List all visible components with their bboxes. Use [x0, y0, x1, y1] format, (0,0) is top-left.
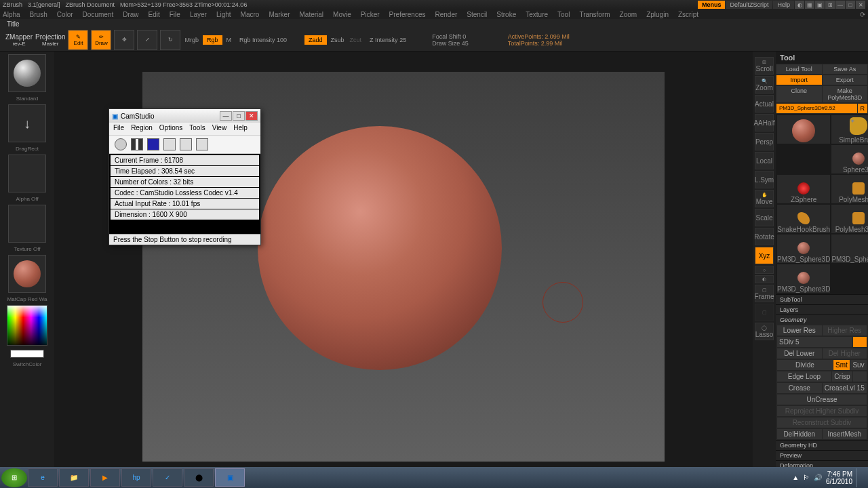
menu-zscript[interactable]: Zscript — [678, 11, 698, 18]
cam-menu-help[interactable]: Help — [233, 124, 248, 134]
cam-minimize[interactable]: — — [220, 111, 232, 121]
frame-button[interactable]: ▢Frame — [755, 285, 774, 302]
menu-stroke[interactable]: Stroke — [496, 11, 516, 18]
menu-draw[interactable]: Draw — [123, 11, 138, 18]
alpha-selector[interactable] — [8, 155, 46, 192]
deformation-section[interactable]: Deformation — [776, 460, 868, 467]
menu-layer[interactable]: Layer — [190, 11, 207, 18]
rgb-intensity[interactable]: Rgb Intensity 100 — [238, 37, 288, 43]
win-btn-3[interactable]: ▣ — [815, 1, 825, 9]
cam-icon-2[interactable] — [180, 138, 192, 150]
uncrease-button[interactable]: UnCrease — [777, 394, 867, 405]
cam-menu-region[interactable]: Region — [131, 124, 153, 134]
scroll-button[interactable]: ⊞Scroll — [755, 57, 774, 75]
pause-icon[interactable] — [131, 138, 143, 150]
del-lower-button[interactable]: Del Lower — [777, 348, 822, 359]
move-view-button[interactable]: ✋Move — [755, 190, 774, 207]
thumb-pm3d-1[interactable]: PM3D_Sphere3D — [777, 235, 830, 263]
lower-res-button[interactable]: Lower Res — [777, 325, 822, 336]
task-hp[interactable]: hp — [121, 468, 151, 487]
menu-preferences[interactable]: Preferences — [389, 11, 426, 18]
menu-render[interactable]: Render — [435, 11, 458, 18]
tray-date[interactable]: 6/1/2010 — [826, 478, 852, 485]
rgb-button[interactable]: Rgb — [203, 35, 222, 45]
show-desktop[interactable] — [856, 468, 861, 487]
tray-time[interactable]: 7:46 PM — [826, 470, 852, 478]
zcut-label[interactable]: Zcut — [349, 37, 363, 43]
geometry-hd-section[interactable]: Geometry HD — [776, 440, 868, 450]
task-app1[interactable]: ✓ — [153, 468, 182, 487]
tray-icon[interactable]: ▲ — [792, 474, 799, 481]
import-button[interactable]: Import — [776, 75, 822, 85]
menu-document[interactable]: Document — [83, 11, 114, 18]
menu-tool[interactable]: Tool — [557, 11, 570, 18]
menu-movie[interactable]: Movie — [333, 11, 351, 18]
default-zscript-button[interactable]: DefaultZScript — [726, 1, 772, 9]
rotate-view-button[interactable]: Rotate — [755, 228, 774, 245]
system-tray[interactable]: ▲ 🏳 🔊 7:46 PM 6/1/2010 — [787, 468, 867, 487]
export-button[interactable]: Export — [823, 75, 868, 85]
higher-res-button[interactable]: Higher Res — [823, 325, 867, 336]
lasso-button[interactable]: ◯Lasso — [755, 323, 774, 340]
record-icon[interactable] — [115, 138, 127, 150]
thumb-zsphere[interactable]: ZSphere — [777, 175, 830, 203]
geometry-section[interactable]: Geometry — [776, 314, 868, 325]
menu-transform[interactable]: Transform — [579, 11, 610, 18]
camstudio-window[interactable]: ▣ CamStudio — □ ✕ File Region Options To… — [108, 108, 261, 245]
actual-button[interactable]: Actual — [755, 95, 774, 113]
material-selector[interactable] — [8, 255, 46, 293]
cam-menu-view[interactable]: View — [212, 124, 227, 134]
stop-icon[interactable] — [147, 138, 159, 150]
thumb-pm3d-2[interactable]: PM3D_Sphere3D — [831, 235, 868, 263]
win-btn-1[interactable]: ◐ — [795, 1, 804, 9]
edgeloop-button[interactable]: Edge Loop — [777, 371, 831, 382]
draw-button[interactable]: ✏Draw — [91, 30, 111, 50]
cam-maximize[interactable]: □ — [233, 111, 245, 121]
taskbar[interactable]: ⊞ e 📁 ▶ hp ✓ ⬤ ▣ ▲ 🏳 🔊 7:46 PM 6/1/2010 — [0, 467, 868, 488]
tool-r-button[interactable]: R — [858, 104, 868, 113]
creaselvl-slider[interactable]: CreaseLvl 15 — [823, 383, 867, 393]
menu-picker[interactable]: Picker — [361, 11, 380, 18]
suv-button[interactable]: Suv — [850, 360, 867, 370]
focal-shift[interactable]: Focal Shift 0 — [431, 33, 470, 40]
cam-menu-file[interactable]: File — [113, 124, 124, 134]
draw-size[interactable]: Draw Size 45 — [431, 40, 470, 47]
switch-color[interactable]: SwitchColor — [13, 361, 42, 367]
menu-marker[interactable]: Marker — [269, 11, 290, 18]
crisp-button[interactable]: Crisp — [832, 371, 852, 382]
preview-section[interactable]: Preview — [776, 450, 868, 460]
delhidden-button[interactable]: DelHidden — [777, 429, 822, 439]
reconstruct-button[interactable]: Reconstruct Subdiv — [777, 418, 867, 428]
insertmesh-button[interactable]: InsertMesh — [823, 429, 867, 439]
tray-icon-3[interactable]: 🔊 — [814, 474, 822, 481]
thumb-pm3d-3[interactable]: PM3D_Sphere3D — [777, 264, 830, 293]
edit-button[interactable]: ✎Edit — [68, 30, 88, 50]
aahalf-button[interactable]: AAHalf — [755, 114, 774, 131]
menu-color[interactable]: Color — [57, 11, 73, 18]
sdiv-slider[interactable]: SDiv 5 — [777, 337, 852, 347]
thumb-snakehook[interactable]: SnakeHookBrush — [777, 205, 830, 233]
close-button[interactable]: ✕ — [856, 1, 865, 9]
cam-icon-1[interactable] — [163, 138, 176, 150]
task-explorer[interactable]: 📁 — [59, 468, 89, 487]
task-ie[interactable]: e — [28, 468, 58, 487]
zoom-button[interactable]: 🔍Zoom — [755, 76, 774, 94]
win-btn-2[interactable]: ▦ — [805, 1, 814, 9]
scale-button[interactable]: ⤢ — [137, 30, 157, 50]
load-tool-button[interactable]: Load Tool — [776, 64, 822, 74]
menu-file[interactable]: File — [170, 11, 180, 18]
zmapper-button[interactable]: ZMapper — [5, 33, 33, 41]
save-as-button[interactable]: Save As — [823, 64, 868, 74]
thumb-current[interactable] — [777, 115, 830, 144]
mrgb-label[interactable]: Mrgb — [183, 37, 200, 43]
tray-icon-2[interactable]: 🏳 — [803, 474, 810, 481]
zadd-button[interactable]: Zadd — [304, 35, 327, 45]
lsym-button[interactable]: L.Sym — [755, 171, 774, 188]
thumb-polymesh1[interactable]: PolyMesh3D#1 — [831, 205, 868, 233]
cam-menu-options[interactable]: Options — [159, 124, 182, 134]
subtool-section[interactable]: SubTool — [776, 294, 868, 304]
minimize-button[interactable]: — — [835, 1, 845, 9]
make-polymesh-button[interactable]: Make PolyMesh3D — [823, 86, 868, 102]
thumb-sphere3d[interactable]: Sphere3D — [831, 145, 868, 174]
clone-button[interactable]: Clone — [776, 86, 822, 102]
